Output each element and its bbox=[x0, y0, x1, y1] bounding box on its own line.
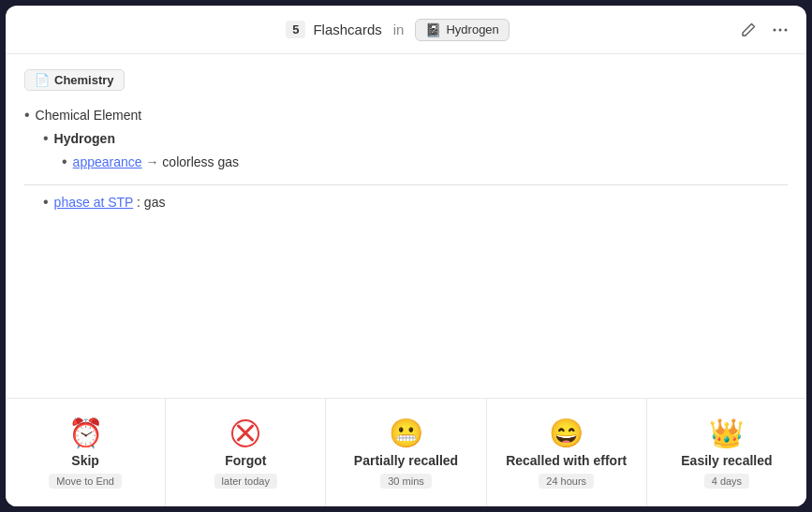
tree-level2-item: • Hydrogen bbox=[24, 127, 788, 151]
partially-recalled-button[interactable]: 😬 Partially recalled 30 mins bbox=[326, 399, 486, 506]
partially-recalled-icon: 😬 bbox=[389, 419, 423, 447]
tree-level1-item: • Chemical Element bbox=[24, 104, 788, 127]
partially-recalled-sublabel: 30 mins bbox=[380, 474, 432, 489]
pencil-icon bbox=[741, 22, 756, 37]
appearance-value: colorless gas bbox=[162, 154, 239, 169]
forgot-button[interactable]: Forgot later today bbox=[166, 399, 326, 506]
doc-icon: 📄 bbox=[35, 73, 50, 87]
breadcrumb: 📄 Chemistry bbox=[24, 69, 125, 91]
more-icon bbox=[773, 22, 788, 37]
notebook-badge-button[interactable]: 📓 Hydrogen bbox=[415, 19, 509, 41]
partially-recalled-label: Partially recalled bbox=[354, 453, 458, 468]
skip-button[interactable]: ⏰ Skip Move to End bbox=[6, 399, 166, 506]
forgot-label: Forgot bbox=[225, 453, 266, 468]
bullet-phase: • bbox=[43, 195, 49, 210]
notebook-icon: 📓 bbox=[425, 22, 441, 37]
tree-level3-item: • appearance → colorless gas bbox=[24, 151, 788, 174]
content-tree: • Chemical Element • Hydrogen • appearan… bbox=[24, 104, 788, 175]
svg-point-0 bbox=[774, 28, 776, 31]
bullet-2: • bbox=[43, 131, 49, 146]
card-content: 📄 Chemistry • Chemical Element • Hydroge… bbox=[6, 54, 806, 399]
forgot-sublabel: later today bbox=[214, 474, 277, 489]
phase-section: • phase at STP : gas bbox=[24, 195, 788, 210]
skip-label: Skip bbox=[71, 453, 99, 468]
app-container: 5 Flashcards in 📓 Hydrogen bbox=[6, 6, 806, 506]
header-center: 5 Flashcards in 📓 Hydrogen bbox=[286, 19, 509, 41]
recalled-effort-button[interactable]: 😄 Recalled with effort 24 hours bbox=[487, 399, 647, 506]
appearance-link[interactable]: appearance bbox=[73, 154, 142, 169]
breadcrumb-label: Chemistry bbox=[54, 73, 114, 87]
phase-item: • phase at STP : gas bbox=[43, 195, 788, 210]
recalled-effort-icon: 😄 bbox=[549, 419, 583, 447]
recalled-effort-label: Recalled with effort bbox=[506, 453, 627, 468]
phase-value: : gas bbox=[137, 195, 165, 210]
skip-icon: ⏰ bbox=[68, 419, 103, 447]
svg-point-2 bbox=[785, 28, 788, 31]
svg-point-1 bbox=[779, 28, 782, 31]
bullet-1: • bbox=[24, 108, 30, 123]
actions-bar: ⏰ Skip Move to End Forgot later today 😬 … bbox=[6, 399, 806, 506]
easily-recalled-label: Easily recalled bbox=[681, 453, 772, 468]
tree-level1-text: Chemical Element bbox=[36, 104, 142, 127]
header-title: Flashcards bbox=[313, 22, 381, 37]
tree-level2-text: Hydrogen bbox=[54, 127, 115, 151]
x-icon bbox=[233, 421, 258, 446]
divider bbox=[24, 184, 788, 185]
header: 5 Flashcards in 📓 Hydrogen bbox=[6, 6, 806, 54]
flashcard-count-badge: 5 bbox=[286, 21, 305, 38]
easily-recalled-sublabel: 4 days bbox=[704, 474, 749, 489]
phase-link[interactable]: phase at STP bbox=[54, 195, 134, 210]
bullet-3: • bbox=[62, 154, 67, 169]
easily-recalled-icon: 👑 bbox=[709, 419, 744, 447]
arrow-text: → bbox=[145, 154, 162, 169]
header-in-text: in bbox=[393, 22, 405, 37]
notebook-label: Hydrogen bbox=[446, 22, 498, 37]
header-actions bbox=[737, 19, 791, 41]
recalled-effort-sublabel: 24 hours bbox=[539, 474, 594, 489]
edit-button[interactable] bbox=[737, 19, 760, 41]
more-button[interactable] bbox=[769, 19, 791, 41]
easily-recalled-button[interactable]: 👑 Easily recalled 4 days bbox=[647, 399, 806, 506]
skip-sublabel: Move to End bbox=[49, 474, 122, 489]
forgot-icon bbox=[231, 419, 259, 447]
